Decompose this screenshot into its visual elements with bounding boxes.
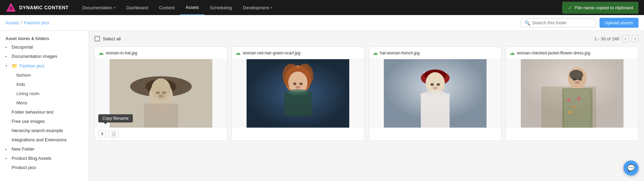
nav-right-area: ✓ File name copied to clipboard — [562, 2, 639, 14]
chevron-right-icon: ▸ — [5, 45, 10, 49]
sidebar-item-hierarchy-search-example[interactable]: hierarchy-search-example — [0, 126, 89, 135]
svg-point-18 — [293, 82, 296, 85]
asset-image-container — [369, 59, 501, 128]
chat-icon: 💬 — [627, 164, 635, 172]
search-icon: 🔍 — [525, 20, 530, 26]
asset-filename: hat-woman-french.jpg — [380, 51, 420, 55]
folder-active-icon: 📁 — [12, 63, 17, 68]
sidebar-item-label: Living room — [16, 91, 39, 96]
upload-action-button[interactable]: ⬆ — [98, 130, 106, 138]
nav-dashboard[interactable]: Dashboard — [121, 0, 154, 15]
sidebar-item-kids[interactable]: Kids — [0, 80, 89, 89]
cloud-icon: ☁ — [98, 50, 104, 56]
nav-development[interactable]: Development ▾ — [237, 0, 278, 15]
sidebar-item-new-folder[interactable]: ▸ New Folder — [0, 144, 89, 154]
sidebar-item-product-blog-assets[interactable]: ▸ Product Blog Assets — [0, 154, 89, 163]
asset-image-container — [506, 59, 638, 128]
breadcrumb-root[interactable]: Assets — [5, 20, 19, 25]
nav-content[interactable]: Content — [153, 0, 180, 15]
svg-point-3 — [10, 8, 12, 9]
page-info: 1 - 30 of 240 — [594, 36, 619, 41]
svg-point-31 — [422, 91, 447, 98]
brand-name: DYNAMIC CONTENT — [19, 5, 68, 10]
sidebar-item-mens[interactable]: Mens — [0, 98, 89, 107]
sidebar-item-label: Product Blog Assets — [12, 156, 51, 161]
cloud-icon: ☁ — [235, 50, 241, 56]
dc-logo-icon — [5, 2, 16, 13]
toolbar-left: Select all — [94, 36, 121, 41]
main-content: Select all 1 - 30 of 240 ‹ › ☁ woman-in-… — [89, 31, 644, 181]
sidebar-title: Asset stores & folders — [0, 34, 89, 42]
sidebar-item-documentation-images[interactable]: ▸ Documentation images — [0, 52, 89, 61]
copy-action-button[interactable]: ⬜ — [109, 130, 118, 138]
breadcrumb-separator: / — [21, 20, 22, 25]
asset-grid: ☁ woman-in-hat.jpg — [94, 47, 639, 141]
chevron-right-icon: ▸ — [5, 147, 10, 151]
asset-footer — [369, 128, 501, 133]
svg-point-20 — [295, 86, 300, 89]
svg-point-27 — [430, 83, 434, 86]
breadcrumb-current[interactable]: Fashion pics — [24, 20, 49, 25]
sidebar: Asset stores & folders ▸ Docsportal ▸ Do… — [0, 31, 89, 181]
select-all-label[interactable]: Select all — [103, 36, 121, 41]
prev-page-button[interactable]: ‹ — [622, 35, 629, 42]
sidebar-item-label: Documentation images — [12, 54, 57, 59]
asset-card-header: ☁ hat-woman-french.jpg — [369, 47, 501, 59]
svg-point-38 — [575, 81, 580, 84]
sidebar-item-living-room[interactable]: Living room — [0, 89, 89, 98]
nav-assets[interactable]: Assets — [180, 0, 204, 15]
svg-point-29 — [433, 87, 438, 89]
sidebar-fashion-children: fashion Kids Living room Mens — [0, 70, 89, 107]
svg-point-10 — [162, 91, 166, 94]
svg-point-42 — [572, 106, 575, 108]
sidebar-item-fashion[interactable]: fashion — [0, 70, 89, 80]
brand-logo[interactable]: DYNAMIC CONTENT — [5, 2, 68, 13]
sidebar-item-label: Product pics — [12, 165, 36, 170]
svg-rect-39 — [562, 89, 593, 128]
sidebar-item-free-use-images[interactable]: Free use images — [0, 117, 89, 126]
asset-card-woman-checked-jacket[interactable]: ☁ woman-checked-jacket-fllower-dress.jpg — [506, 47, 639, 141]
next-page-button[interactable]: › — [632, 35, 639, 42]
sidebar-item-label: Folder behaviour test — [12, 109, 53, 115]
chevron-down-icon: ▾ — [270, 6, 272, 10]
sidebar-item-label: Free use images — [12, 119, 45, 124]
sidebar-item-integrations-extensions[interactable]: Integrations and Extensions — [0, 135, 89, 144]
nav-documentation[interactable]: Documentation ▾ — [77, 0, 121, 15]
chevron-right-icon: ▸ — [5, 156, 10, 160]
svg-point-11 — [158, 94, 164, 98]
breadcrumb: Assets / Fashion pics 🔍 Upload assets — [0, 15, 644, 31]
cloud-icon: ☁ — [509, 50, 515, 56]
sidebar-item-label: fashion — [16, 73, 31, 78]
sidebar-item-label: Kids — [16, 82, 25, 87]
sidebar-item-label: Fashion pics — [20, 63, 45, 68]
chevron-right-icon: ▸ — [5, 54, 10, 58]
asset-toolbar: Select all 1 - 30 of 240 ‹ › — [94, 35, 639, 42]
upload-assets-button[interactable]: Upload assets — [599, 18, 639, 28]
asset-image-color3 — [506, 59, 638, 128]
cloud-icon: ☁ — [372, 50, 378, 56]
asset-image-color1 — [232, 59, 364, 128]
asset-card-header: ☁ woman-in-hat.jpg — [95, 47, 227, 59]
svg-point-22 — [288, 89, 308, 95]
asset-footer — [232, 128, 364, 133]
search-box[interactable]: 🔍 — [521, 18, 596, 27]
sidebar-item-product-pics[interactable]: Product pics — [0, 163, 89, 172]
sidebar-item-docsportal[interactable]: ▸ Docsportal — [0, 42, 89, 52]
sidebar-item-label: hierarchy-search-example — [12, 128, 63, 133]
check-icon: ✓ — [568, 4, 572, 11]
asset-card-hat-woman-french[interactable]: ☁ hat-woman-french.jpg — [369, 47, 502, 141]
svg-point-44 — [569, 111, 572, 114]
svg-rect-30 — [421, 93, 450, 128]
asset-card-woman-red-hair[interactable]: ☁ woman-red-hair-green-scarf.jpg — [231, 47, 364, 141]
asset-card-woman-in-hat[interactable]: ☁ woman-in-hat.jpg — [94, 47, 227, 141]
sidebar-item-label: New Folder — [12, 146, 34, 152]
chat-button[interactable]: 💬 — [623, 160, 639, 176]
search-input[interactable] — [532, 20, 592, 25]
nav-scheduling[interactable]: Scheduling — [204, 0, 237, 15]
toast-notification: ✓ File name copied to clipboard — [562, 2, 639, 14]
svg-point-43 — [577, 96, 581, 101]
select-all-checkbox[interactable] — [94, 36, 100, 41]
sidebar-item-folder-behaviour-test[interactable]: Folder behaviour test — [0, 107, 89, 117]
asset-card-header: ☁ woman-red-hair-green-scarf.jpg — [232, 47, 364, 59]
sidebar-item-fashion-pics[interactable]: ▾ 📁 Fashion pics — [0, 61, 89, 70]
